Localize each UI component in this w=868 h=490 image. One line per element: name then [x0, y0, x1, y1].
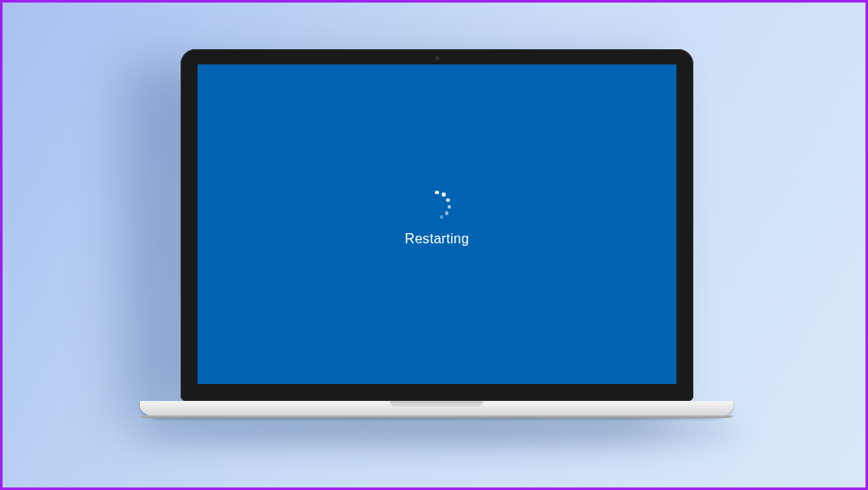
webcam-icon: [435, 56, 439, 60]
laptop-bezel: Restarting: [181, 49, 693, 401]
os-restart-screen: Restarting: [198, 64, 676, 384]
loading-spinner-icon: [423, 191, 452, 220]
laptop-device: Restarting: [181, 49, 693, 418]
base-shadow: [136, 418, 738, 443]
restart-status-text: Restarting: [405, 231, 470, 247]
laptop-base: [140, 401, 733, 418]
